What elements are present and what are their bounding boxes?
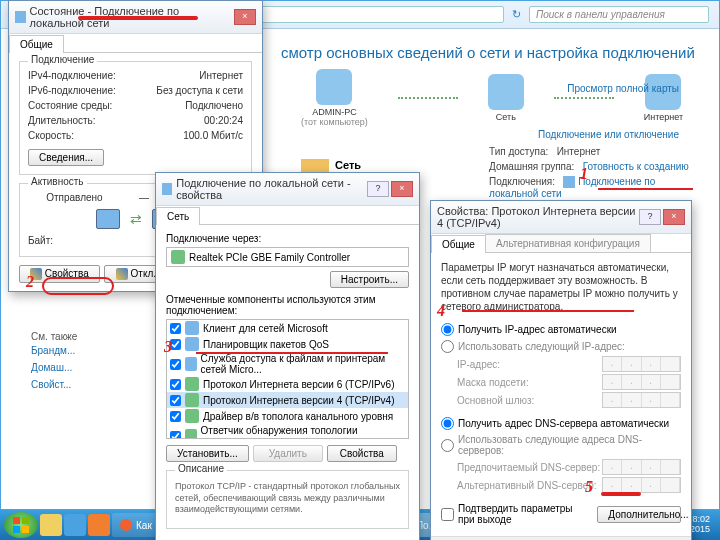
components-listbox[interactable]: Клиент для сетей MicrosoftПланировщик па…: [166, 319, 409, 439]
radio-manual-dns[interactable]: Использовать следующие адреса DNS-сервер…: [441, 432, 681, 458]
details-button[interactable]: Сведения...: [28, 149, 104, 166]
sent-label: Отправлено: [46, 192, 102, 203]
configure-button[interactable]: Настроить...: [330, 271, 409, 288]
install-button[interactable]: Установить...: [166, 445, 249, 462]
see-also-panel: См. также Брандм... Домаш... Свойст...: [31, 331, 151, 393]
component-item[interactable]: Драйвер в/в тополога канального уровня: [167, 408, 408, 424]
help-icon[interactable]: ?: [639, 209, 661, 225]
props-title: Подключение по локальной сети - свойства: [176, 177, 367, 201]
annotation-1: 1: [580, 165, 588, 183]
homegroup-label: Домашняя группа:: [489, 161, 574, 172]
radio-manual-ip[interactable]: Использовать следующий IP-адрес:: [441, 338, 681, 355]
annotation-3: 3: [164, 338, 172, 356]
component-label: Протокол Интернета версии 4 (TCP/IPv4): [203, 395, 394, 406]
view-map-link[interactable]: Просмотр полной карты: [567, 83, 679, 94]
confirm-checkbox[interactable]: [441, 508, 454, 521]
close-icon[interactable]: ×: [391, 181, 413, 197]
arrows-icon: ⇄: [130, 211, 142, 227]
browser-icon: [120, 519, 132, 531]
component-props-button[interactable]: Свойства: [327, 445, 397, 462]
help-icon[interactable]: ?: [367, 181, 389, 197]
svg-rect-3: [22, 526, 29, 533]
svg-rect-1: [22, 517, 29, 524]
confirm-label: Подтвердить параметры при выходе: [458, 503, 589, 525]
bytes-label: Байт:: [28, 235, 53, 246]
component-checkbox[interactable]: [170, 431, 181, 440]
connections-label: Подключения:: [489, 176, 555, 187]
tab-alt-config[interactable]: Альтернативная конфигурация: [485, 234, 651, 252]
dns2-label: Альтернативный DNS-сервер:: [457, 480, 602, 491]
connection-group: Подключение: [28, 54, 97, 65]
component-item[interactable]: Протокол Интернета версии 6 (TCP/IPv6): [167, 376, 408, 392]
svg-rect-2: [13, 526, 20, 533]
radio-auto-ip[interactable]: Получить IP-адрес автоматически: [441, 321, 681, 338]
annotation-4: 4: [437, 302, 445, 320]
pin-browser[interactable]: [64, 514, 86, 536]
pin-media[interactable]: [88, 514, 110, 536]
component-checkbox[interactable]: [170, 395, 181, 406]
component-label: Клиент для сетей Microsoft: [203, 323, 328, 334]
annotation-2-oval: [42, 277, 114, 295]
component-label: Протокол Интернета версии 6 (TCP/IPv6): [203, 379, 394, 390]
component-checkbox[interactable]: [170, 323, 181, 334]
tab-general[interactable]: Общие: [431, 235, 486, 253]
ipv4-label: IPv4-подключение:: [28, 70, 116, 81]
shield-icon: [116, 268, 128, 280]
tab-general[interactable]: Общие: [9, 35, 64, 53]
refresh-icon[interactable]: ↻: [512, 8, 521, 21]
homegroup-link[interactable]: Готовность к созданию: [583, 161, 689, 172]
nic-icon: [15, 11, 26, 23]
advanced-button[interactable]: Дополнительно...: [597, 506, 681, 523]
radio-auto-dns[interactable]: Получить адрес DNS-сервера автоматически: [441, 415, 681, 432]
properties-link[interactable]: Свойст...: [31, 376, 151, 393]
annotation-5-bar: [601, 492, 641, 496]
mask-label: Маска подсети:: [457, 377, 602, 388]
dns2-field: ...: [602, 477, 681, 493]
connection-properties-dialog: Подключение по локальной сети - свойства…: [155, 172, 420, 540]
homegroup-link2[interactable]: Домаш...: [31, 359, 151, 376]
component-item[interactable]: Ответчик обнаружения топологии канальног…: [167, 424, 408, 439]
nic-icon: [563, 176, 575, 188]
close-icon[interactable]: ×: [234, 9, 256, 25]
svg-rect-0: [13, 517, 20, 524]
search-input[interactable]: Поиск в панели управления: [529, 6, 709, 23]
ipv4-title: Свойства: Протокол Интернета версии 4 (T…: [437, 205, 639, 229]
component-item[interactable]: Клиент для сетей Microsoft: [167, 320, 408, 336]
windows-logo-icon: [12, 516, 30, 534]
protocol-icon: [185, 409, 199, 423]
service-icon: [185, 321, 199, 335]
duration-value: 00:20:24: [204, 115, 243, 126]
connect-disconnect-link[interactable]: Подключение или отключение: [538, 129, 679, 140]
ipv4-properties-dialog: Свойства: Протокол Интернета версии 4 (T…: [430, 200, 692, 540]
component-item[interactable]: Протокол Интернета версии 4 (TCP/IPv4): [167, 392, 408, 408]
adapter-icon: [171, 250, 185, 264]
nic-icon: [162, 183, 172, 195]
pin-explorer[interactable]: [40, 514, 62, 536]
start-button[interactable]: [4, 512, 38, 538]
page-title: смотр основных сведений о сети и настрой…: [281, 44, 699, 61]
annotation-3-line: [196, 352, 388, 354]
radio-auto-dns-input[interactable]: [441, 417, 454, 430]
annotation-5: 5: [585, 478, 593, 496]
ip-label: IP-адрес:: [457, 359, 602, 370]
close-icon[interactable]: ×: [663, 209, 685, 225]
radio-manual-ip-input[interactable]: [441, 340, 454, 353]
ipv4-value: Интернет: [199, 70, 243, 81]
tab-network[interactable]: Сеть: [156, 207, 200, 225]
component-checkbox[interactable]: [170, 379, 181, 390]
media-value: Подключено: [185, 100, 243, 111]
radio-manual-dns-input[interactable]: [441, 439, 454, 452]
component-checkbox[interactable]: [170, 359, 181, 370]
component-label: Ответчик обнаружения топологии канальног…: [201, 425, 405, 439]
gateway-field: ...: [602, 392, 681, 408]
annotation-title-bar: [78, 16, 198, 20]
component-item[interactable]: Служба доступа к файлам и принтерам сете…: [167, 352, 408, 376]
protocol-icon: [185, 393, 199, 407]
service-icon: [185, 357, 197, 371]
radio-auto-ip-input[interactable]: [441, 323, 454, 336]
firewall-link[interactable]: Брандм...: [31, 342, 151, 359]
component-item[interactable]: Планировщик пакетов QoS: [167, 336, 408, 352]
protocol-icon: [185, 429, 197, 439]
monitor-icon: [96, 209, 120, 229]
component-checkbox[interactable]: [170, 411, 181, 422]
